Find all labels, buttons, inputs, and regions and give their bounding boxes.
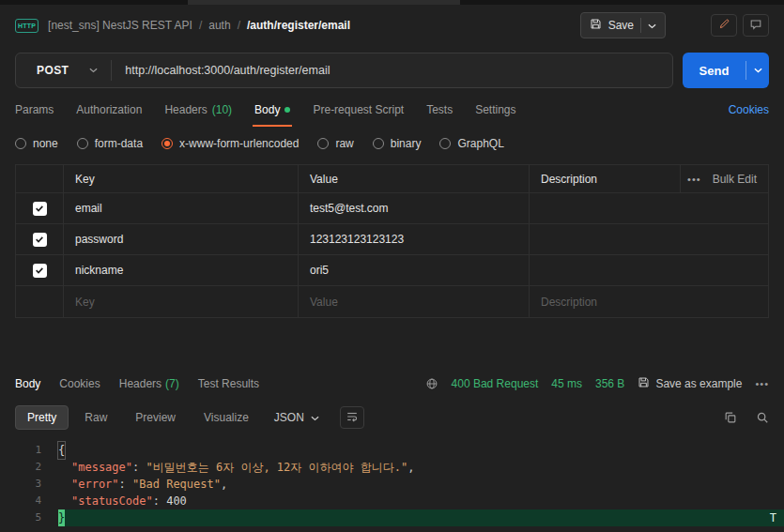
cookies-link[interactable]: Cookies <box>729 103 769 116</box>
view-pretty-button[interactable]: Pretty <box>15 405 69 430</box>
breadcrumb-folder[interactable]: auth <box>208 19 230 32</box>
url-bar: POST http://localhost:3000/auth/register… <box>15 53 673 88</box>
save-as-example-button[interactable]: Save as example <box>638 376 742 391</box>
cell-description[interactable] <box>529 255 768 285</box>
response-meta: 400 Bad Request 45 ms 356 B Save as exam… <box>425 376 769 391</box>
wrap-text-button[interactable] <box>340 406 364 429</box>
send-button[interactable]: Send <box>683 53 769 88</box>
table-row-email: email test5@test.com <box>16 193 768 224</box>
comments-button[interactable] <box>743 14 769 37</box>
breadcrumb-separator: / <box>199 19 202 32</box>
cell-value-placeholder[interactable]: Value <box>298 286 529 317</box>
row-checkbox-checked[interactable] <box>33 202 47 216</box>
text-cursor: } <box>58 509 65 526</box>
body-type-selector: none form-data x-www-form-urlencoded raw… <box>0 127 784 160</box>
search-icon[interactable] <box>756 411 769 424</box>
rename-button[interactable] <box>711 14 737 37</box>
tab-params[interactable]: Params <box>15 93 54 127</box>
copy-icon[interactable] <box>724 411 737 424</box>
tab-body[interactable]: Body <box>254 93 290 127</box>
send-button-label: Send <box>683 64 746 78</box>
view-visualize-button[interactable]: Visualize <box>192 405 261 430</box>
method-selector[interactable]: POST <box>16 53 111 87</box>
response-size[interactable]: 356 B <box>595 377 624 390</box>
code-line: 3 "error": "Bad Request", <box>0 476 784 493</box>
response-body-editor[interactable]: 1 { 2 "message": "비밀번호는 6자 이상, 12자 이하여야 … <box>0 434 784 532</box>
cell-description[interactable] <box>529 193 768 223</box>
globe-icon[interactable] <box>425 377 438 390</box>
line-number: 2 <box>8 459 41 476</box>
save-options-chevron-icon[interactable] <box>648 19 656 32</box>
form-urlencoded-table: Key Value Description ••• Bulk Edit emai… <box>15 164 769 318</box>
table-more-options-button[interactable]: ••• <box>687 174 701 185</box>
chevron-down-icon <box>311 411 319 424</box>
cell-key-placeholder[interactable]: Key <box>63 286 298 317</box>
bulk-edit-button[interactable]: Bulk Edit <box>713 173 757 186</box>
save-icon <box>590 18 602 33</box>
url-input[interactable]: http://localhost:3000/auth/register/emai… <box>112 64 672 77</box>
response-toolbar: Pretty Raw Preview Visualize JSON <box>0 401 784 434</box>
line-number: 3 <box>8 476 41 493</box>
code-line-selected: 5 } T <box>0 509 784 526</box>
code-line: 1 { <box>0 442 784 459</box>
cell-description-placeholder[interactable]: Description <box>529 286 768 317</box>
header-actions: Save <box>580 12 769 38</box>
response-headers-count: (7) <box>165 377 179 390</box>
save-button-label: Save <box>608 19 634 32</box>
chevron-down-icon <box>89 68 98 73</box>
row-checkbox-checked[interactable] <box>33 264 47 278</box>
format-label: JSON <box>274 411 304 424</box>
cell-value[interactable]: 123123123123123 <box>298 224 529 254</box>
http-request-icon: HTTP <box>15 19 38 33</box>
code-line: 4 "statusCode": 400 <box>0 493 784 509</box>
send-options-chevron-icon[interactable] <box>746 68 769 73</box>
response-status[interactable]: 400 Bad Request <box>452 377 539 390</box>
cell-key[interactable]: email <box>63 193 298 223</box>
body-type-x-www-form-urlencoded[interactable]: x-www-form-urlencoded <box>161 137 299 150</box>
cell-value[interactable]: ori5 <box>298 255 529 285</box>
cell-description[interactable] <box>529 224 768 254</box>
table-header-actions: ••• Bulk Edit <box>680 165 768 192</box>
table-row-password: password 123123123123123 <box>16 224 768 255</box>
response-section: Body Cookies Headers(7) Test Results 400… <box>0 367 784 532</box>
tab-pre-request-script[interactable]: Pre-request Script <box>313 93 404 127</box>
radio-icon <box>439 138 451 149</box>
response-time[interactable]: 45 ms <box>551 377 582 390</box>
check-icon <box>35 266 44 275</box>
breadcrumb-request-name: /auth/register/email <box>247 19 350 32</box>
save-button[interactable]: Save <box>580 12 666 38</box>
tab-headers[interactable]: Headers(10) <box>164 93 232 127</box>
wrap-text-icon <box>346 410 359 426</box>
line-number: 4 <box>8 493 41 509</box>
view-raw-button[interactable]: Raw <box>72 405 119 430</box>
radio-icon <box>317 138 329 149</box>
tab-tests[interactable]: Tests <box>426 93 453 127</box>
cell-key[interactable]: password <box>63 224 298 254</box>
format-selector[interactable]: JSON <box>265 411 329 424</box>
tab-authorization[interactable]: Authorization <box>76 93 142 127</box>
tab-settings[interactable]: Settings <box>475 93 515 127</box>
check-icon <box>35 204 44 213</box>
cell-key[interactable]: nickname <box>63 255 298 285</box>
view-preview-button[interactable]: Preview <box>123 405 188 430</box>
row-checkbox-checked[interactable] <box>33 233 47 247</box>
body-type-graphql[interactable]: GraphQL <box>439 137 503 150</box>
table-row-nickname: nickname ori5 <box>16 255 768 286</box>
method-label: POST <box>37 64 69 77</box>
response-tabs: Body Cookies Headers(7) Test Results <box>15 377 259 390</box>
breadcrumb-collection[interactable]: [nest_sns] NestJS REST API <box>48 19 192 32</box>
radio-icon <box>77 138 88 149</box>
breadcrumb: [nest_sns] NestJS REST API / auth / /aut… <box>48 19 350 32</box>
response-tab-cookies[interactable]: Cookies <box>59 377 100 390</box>
body-type-raw[interactable]: raw <box>317 137 353 150</box>
body-type-form-data[interactable]: form-data <box>77 137 143 150</box>
response-more-options-button[interactable]: ••• <box>755 378 769 389</box>
body-type-none[interactable]: none <box>15 137 58 150</box>
response-tab-test-results[interactable]: Test Results <box>198 377 259 390</box>
cell-value[interactable]: test5@test.com <box>298 193 529 223</box>
window-tab-strip <box>0 0 784 5</box>
response-tab-headers[interactable]: Headers(7) <box>119 377 179 390</box>
response-tab-body[interactable]: Body <box>15 377 40 390</box>
body-type-binary[interactable]: binary <box>373 137 422 150</box>
active-tab-indicator[interactable] <box>188 0 460 5</box>
